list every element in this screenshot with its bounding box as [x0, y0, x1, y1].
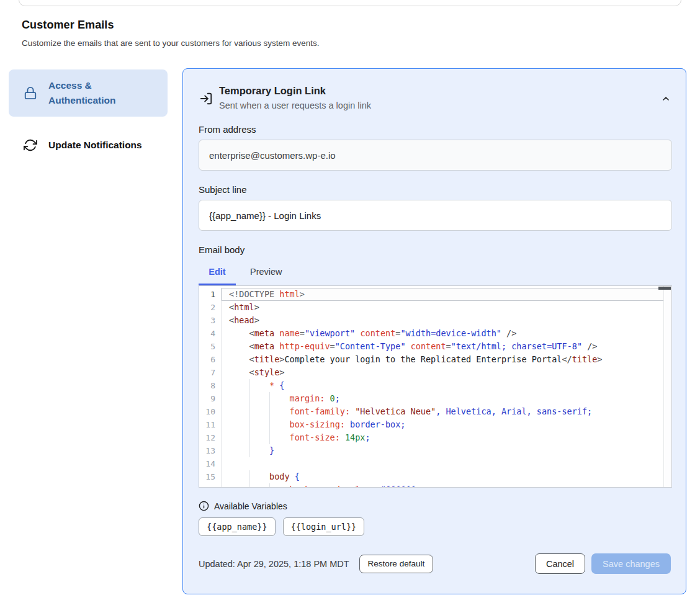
variable-chip-login-url[interactable]: {{login_url}}	[283, 517, 365, 536]
available-variables-label: Available Variables	[214, 501, 287, 511]
refresh-icon	[24, 138, 37, 152]
restore-default-button[interactable]: Restore default	[359, 555, 434, 573]
code-line[interactable]: 10 font-family: "Helvetica Neue", Helvet…	[199, 405, 671, 418]
line-number: 4	[199, 327, 222, 340]
code-line[interactable]: 14	[199, 457, 671, 470]
line-number: 13	[199, 444, 222, 457]
code-editor[interactable]: 1<!DOCTYPE html>2<html>3<head>4 <meta na…	[199, 285, 672, 488]
chevron-up-icon	[661, 96, 671, 105]
sidebar-item-update-notifications[interactable]: Update Notifications	[9, 129, 168, 161]
from-address-label: From address	[199, 124, 671, 135]
code-line[interactable]: 1<!DOCTYPE html>	[199, 288, 671, 301]
line-number: 10	[199, 405, 222, 418]
lock-icon	[24, 86, 37, 100]
line-number: 7	[199, 366, 222, 379]
collapse-button[interactable]	[661, 94, 671, 105]
code-line[interactable]: 6 <title>Complete your login to the Repl…	[199, 353, 671, 366]
code-line[interactable]: 12 font-size: 14px;	[199, 431, 671, 444]
info-icon	[199, 501, 209, 511]
code-line[interactable]: 7 <style>	[199, 366, 671, 379]
top-card-edge	[19, 0, 681, 6]
cancel-button[interactable]: Cancel	[535, 553, 585, 574]
page-subtitle: Customize the emails that are sent to yo…	[22, 38, 456, 48]
code-line[interactable]: 9 margin: 0;	[199, 392, 671, 405]
line-number: 3	[199, 314, 222, 327]
page-title: Customer Emails	[22, 19, 456, 32]
line-number: 15	[199, 470, 222, 483]
code-line[interactable]: 2<html>	[199, 301, 671, 314]
panel-header: Temporary Login Link Sent when a user re…	[199, 85, 671, 110]
line-number: 9	[199, 392, 222, 405]
panel-title: Temporary Login Link	[219, 85, 371, 97]
editor-scrollbar-track[interactable]	[663, 286, 671, 487]
line-number: 5	[199, 340, 222, 353]
email-template-panel: Temporary Login Link Sent when a user re…	[182, 68, 686, 594]
code-lines: 1<!DOCTYPE html>2<html>3<head>4 <meta na…	[199, 286, 671, 488]
line-number: 2	[199, 301, 222, 314]
variable-chips: {{app_name}} {{login_url}}	[199, 517, 671, 536]
code-line[interactable]: 16 background-color: #ffffff;	[199, 483, 671, 488]
variable-chip-app-name[interactable]: {{app_name}}	[199, 517, 276, 536]
sidebar: Access & Authentication Update Notificat…	[9, 69, 168, 161]
editor-scrollbar-thumb[interactable]	[658, 287, 671, 290]
subject-line-label: Subject line	[199, 184, 671, 195]
code-line[interactable]: 15 body {	[199, 470, 671, 483]
sidebar-item-label: Access & Authentication	[48, 78, 159, 108]
line-number: 11	[199, 418, 222, 431]
line-number: 12	[199, 431, 222, 444]
line-number: 1	[199, 288, 222, 301]
sidebar-item-label: Update Notifications	[48, 138, 142, 153]
updated-timestamp: Updated: Apr 29, 2025, 1:18 PM MDT	[199, 559, 349, 569]
code-line[interactable]: 13 }	[199, 444, 671, 457]
line-number: 8	[199, 379, 222, 392]
panel-footer: Updated: Apr 29, 2025, 1:18 PM MDT Resto…	[199, 553, 671, 574]
tab-preview[interactable]: Preview	[250, 261, 282, 285]
editor-tabs: Edit Preview	[199, 261, 671, 285]
screen: Customer Emails Customize the emails tha…	[0, 0, 700, 608]
panel-header-text: Temporary Login Link Sent when a user re…	[219, 85, 371, 110]
save-changes-button[interactable]: Save changes	[591, 553, 671, 574]
code-line[interactable]: 4 <meta name="viewport" content="width=d…	[199, 327, 671, 340]
panel-subtitle: Sent when a user requests a login link	[219, 101, 371, 110]
code-line[interactable]: 8 * {	[199, 379, 671, 392]
code-line[interactable]: 3<head>	[199, 314, 671, 327]
line-number: 16	[199, 483, 222, 488]
login-icon	[199, 92, 213, 105]
from-address-input[interactable]	[199, 140, 672, 171]
available-variables-row: Available Variables	[199, 501, 671, 511]
tab-edit[interactable]: Edit	[199, 261, 236, 285]
page-header: Customer Emails Customize the emails tha…	[22, 19, 456, 48]
email-body-label: Email body	[199, 244, 671, 255]
line-number: 6	[199, 353, 222, 366]
code-line[interactable]: 11 box-sizing: border-box;	[199, 418, 671, 431]
line-number: 14	[199, 457, 222, 470]
code-line[interactable]: 5 <meta http-equiv="Content-Type" conten…	[199, 340, 671, 353]
subject-line-input[interactable]	[199, 200, 672, 231]
sidebar-item-access-authentication[interactable]: Access & Authentication	[9, 69, 168, 117]
